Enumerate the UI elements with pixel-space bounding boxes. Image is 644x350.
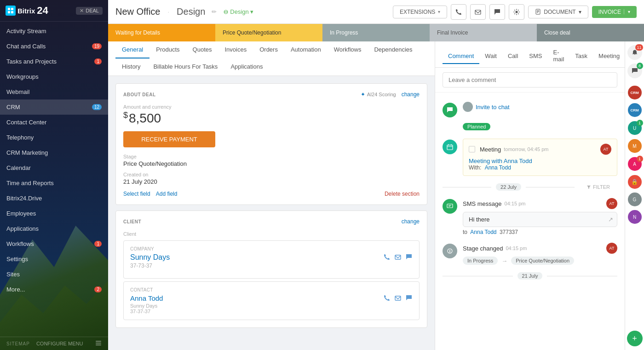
sidebar-item-tasks-and-projects[interactable]: Tasks and Projects 1 — [0, 54, 108, 69]
tab-applications[interactable]: Applications — [224, 58, 269, 76]
add-field-link[interactable]: Add field — [156, 191, 178, 197]
rs-avatar-2[interactable]: CRM — [628, 103, 642, 117]
phone-button[interactable] — [451, 4, 466, 20]
phone-icon[interactable] — [383, 253, 391, 262]
deal-badge[interactable]: ✕ DEAL — [76, 7, 103, 15]
stage-in-progress[interactable]: In Progress — [322, 24, 430, 41]
activity-feed: Invite to chat Planned — [435, 93, 625, 350]
chat-rs-icon[interactable]: 8 — [627, 64, 642, 78]
rs-avatar-6[interactable]: 🔒 — [628, 175, 642, 189]
sms-arrow-icon[interactable]: ↗ — [608, 216, 613, 223]
act-tab-wait[interactable]: Wait — [479, 49, 502, 64]
sidebar-item-webmail[interactable]: Webmail — [0, 84, 108, 99]
tab-orders[interactable]: Orders — [253, 41, 284, 58]
settings-button[interactable] — [509, 4, 524, 20]
tab-invoices[interactable]: Invoices — [218, 41, 253, 58]
receive-payment-button[interactable]: RECEIVE PAYMENT — [123, 131, 215, 147]
meeting-time: tomorrow, 04:45 pm — [504, 146, 548, 152]
date-22july: 22 July — [496, 183, 521, 191]
deal-close-icon[interactable]: ✕ — [80, 8, 84, 14]
nav-badge: 1 — [94, 58, 102, 64]
tab-dependencies[interactable]: Dependencies — [368, 41, 419, 58]
chat-button[interactable] — [489, 4, 505, 20]
meeting-avatar: AT — [600, 144, 611, 155]
chat-icon[interactable] — [405, 253, 413, 262]
rs-avatar-3[interactable]: U 1 — [627, 121, 642, 135]
nav-badge: 1 — [94, 241, 102, 247]
sms-person-link[interactable]: Anna Todd — [470, 229, 496, 235]
act-tab-sms[interactable]: SMS — [523, 49, 547, 64]
invoice-button[interactable]: INVOICE ▾ — [592, 6, 637, 18]
contact-phone-icon[interactable] — [383, 294, 391, 303]
tab-general[interactable]: General — [115, 41, 150, 58]
edit-icon[interactable]: ✏ — [212, 8, 217, 15]
stage-final-invoice[interactable]: Final Invoice — [430, 24, 537, 41]
tab-products[interactable]: Products — [150, 41, 186, 58]
act-tab-task[interactable]: Task — [569, 49, 593, 64]
rs-avatar-5[interactable]: A 1 — [627, 157, 642, 171]
delete-section-link[interactable]: Delete section — [385, 191, 420, 197]
sidebar-item-time-and-reports[interactable]: Time and Reports — [0, 175, 108, 191]
act-tab-meeting[interactable]: Meeting — [593, 49, 625, 64]
sidebar-item-employees[interactable]: Employees — [0, 206, 108, 221]
meeting-title-link[interactable]: Meeting with Anna Todd — [469, 158, 611, 164]
sidebar-item-workflows[interactable]: Workflows 1 — [0, 236, 108, 251]
select-field-link[interactable]: Select field — [123, 191, 150, 197]
ai-scoring[interactable]: ✦ AI24 Scoring — [361, 91, 396, 98]
tab-automation[interactable]: Automation — [284, 41, 328, 58]
rs-bottom-action[interactable]: + — [627, 331, 643, 346]
tab-billable-hours[interactable]: Billable Hours For Tasks — [147, 58, 224, 76]
contact-chat-icon[interactable] — [405, 294, 413, 303]
configure-menu-label[interactable]: CONFIGURE MENU — [36, 341, 83, 346]
sidebar-item-workgroups[interactable]: Workgroups — [0, 69, 108, 84]
act-tab-call[interactable]: Call — [502, 49, 523, 64]
nav-label: Time and Reports — [6, 180, 54, 187]
stage-price-quote[interactable]: Price Quote/Negotiation — [215, 24, 322, 41]
document-button[interactable]: DOCUMENT ▾ — [528, 6, 588, 18]
client-change-link[interactable]: change — [402, 218, 420, 225]
meeting-person-link[interactable]: Anna Todd — [485, 164, 511, 171]
sidebar-item-chat-and-calls[interactable]: Chat and Calls 19 — [0, 39, 108, 54]
meeting-checkbox[interactable] — [469, 146, 475, 152]
extensions-label: EXTENSIONS — [400, 9, 435, 15]
sidebar-item-sites[interactable]: Sites — [0, 267, 108, 282]
change-link[interactable]: change — [402, 91, 420, 98]
rs-avatar-7[interactable]: G — [628, 192, 642, 206]
invite-link[interactable]: Invite to chat — [476, 104, 510, 111]
email-button[interactable] — [470, 4, 486, 20]
sidebar-item-more[interactable]: More... 2 — [0, 282, 108, 297]
sidebar-item-telephony[interactable]: Telephony — [0, 130, 108, 145]
logo[interactable]: Bitrix 24 — [6, 5, 48, 17]
company-name[interactable]: Sunny Days — [130, 253, 170, 262]
sidebar-item-crm-marketing[interactable]: CRM Marketing — [0, 145, 108, 160]
tab-quotes[interactable]: Quotes — [186, 41, 218, 58]
stage-close-deal[interactable]: Close deal — [537, 24, 644, 41]
design-link[interactable]: Design ▾ — [223, 8, 253, 15]
deal-label: DEAL — [86, 8, 99, 13]
email-icon[interactable] — [394, 253, 402, 262]
svg-rect-0 — [8, 8, 10, 10]
sidebar-item-crm[interactable]: CRM 12 — [0, 99, 108, 115]
tab-workflows[interactable]: Workflows — [328, 41, 368, 58]
tab-history[interactable]: History — [115, 58, 147, 76]
contact-name[interactable]: Anna Todd — [130, 294, 163, 302]
notification-bell-icon[interactable]: 11 — [627, 45, 642, 60]
extensions-button[interactable]: EXTENSIONS ▾ — [393, 6, 447, 18]
sidebar-item-calendar[interactable]: Calendar — [0, 160, 108, 175]
rs-avatar-4[interactable]: M — [628, 139, 642, 153]
stage-waiting[interactable]: Waiting for Details — [108, 24, 215, 41]
act-tab-email[interactable]: E-mail — [547, 45, 569, 67]
sidebar-item-bitrix24-drive[interactable]: Bitrix24.Drive — [0, 191, 108, 206]
rs-avatar-1[interactable]: CRM — [628, 86, 642, 99]
sidebar-item-contact-center[interactable]: Contact Center — [0, 115, 108, 130]
act-tab-comment[interactable]: Comment — [443, 49, 479, 64]
comment-input[interactable] — [443, 72, 617, 88]
sidebar-item-applications[interactable]: Applications — [0, 221, 108, 236]
rs-avatar-8[interactable]: N — [628, 210, 642, 224]
ai-icon: ✦ — [361, 91, 365, 98]
sidebar-item-activity-stream[interactable]: Activity Stream — [0, 23, 108, 39]
sidebar-item-settings[interactable]: Settings — [0, 251, 108, 267]
filter-button[interactable]: FILTER — [579, 184, 617, 190]
contact-email-icon[interactable] — [394, 294, 402, 303]
configure-icon[interactable] — [95, 340, 102, 347]
